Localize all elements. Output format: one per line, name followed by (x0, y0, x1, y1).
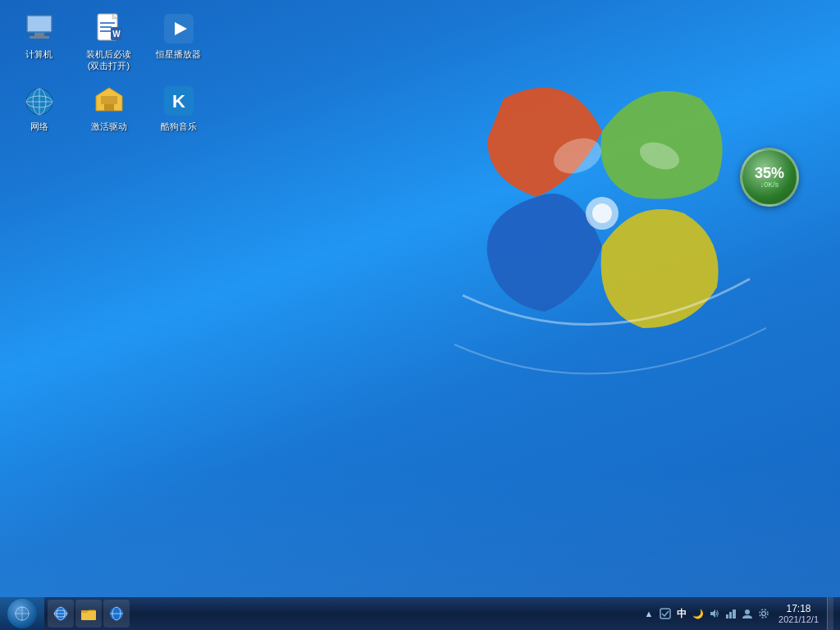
ie-taskbar-icon (52, 605, 69, 622)
desktop-icons: 计算机 W 装机后必读(双击打开) (8, 8, 209, 140)
clock-time: 17:18 (787, 603, 811, 614)
desktop-icon-computer[interactable]: 计算机 (8, 8, 70, 76)
desktop-icon-network[interactable]: 网络 (8, 80, 70, 136)
network-icon-label: 网络 (30, 121, 48, 132)
setup-icon-label: 装机后必读(双击打开) (82, 48, 135, 72)
computer-icon-label: 计算机 (25, 48, 52, 60)
systray-expand[interactable]: ▲ (642, 607, 655, 620)
network-icon (23, 84, 56, 117)
svg-rect-6 (34, 33, 44, 36)
network-tray-icon[interactable] (724, 607, 737, 620)
systray: ▲ 中 🌙 (636, 597, 840, 630)
show-desktop-button[interactable] (827, 597, 833, 630)
svg-rect-22 (101, 96, 117, 104)
checkbox-icon[interactable] (659, 607, 672, 620)
driver-icon (93, 84, 126, 117)
hengxing-icon-label: 恒星播放器 (156, 48, 201, 60)
desktop-icon-row-2: 网络 激活驱动 K (8, 80, 209, 136)
svg-point-89 (760, 609, 768, 618)
desktop: 计算机 W 装机后必读(双击打开) (0, 0, 840, 630)
clock-date: 2021/12/1 (778, 614, 819, 624)
network-percent: 35% (755, 166, 784, 180)
svg-text:K: K (172, 91, 185, 112)
svg-point-3 (592, 203, 612, 223)
taskbar-item-explorer[interactable] (75, 600, 102, 628)
clock[interactable]: 17:18 2021/12/1 (774, 603, 824, 624)
taskbar-item-ie2[interactable] (103, 600, 130, 628)
computer-icon (23, 12, 56, 45)
svg-rect-84 (726, 614, 728, 619)
user-tray-icon[interactable] (741, 607, 754, 620)
network-speed-value: ↓0K/s (760, 180, 779, 189)
svg-rect-86 (733, 609, 736, 619)
explorer-taskbar-icon (80, 605, 97, 622)
kugo-icon: K (162, 84, 195, 117)
svg-rect-5 (28, 16, 51, 31)
svg-rect-9 (100, 22, 115, 24)
svg-rect-82 (660, 609, 670, 619)
moon-icon[interactable]: 🌙 (692, 607, 705, 620)
driver-icon-label: 激活驱动 (91, 121, 127, 132)
svg-point-87 (745, 609, 750, 614)
network-speed-widget[interactable]: 35% ↓0K/s (740, 148, 799, 207)
taskbar: ▲ 中 🌙 (0, 597, 840, 630)
desktop-icon-driver[interactable]: 激活驱动 (78, 80, 139, 136)
ie2-taskbar-icon (108, 605, 125, 622)
start-button[interactable] (0, 597, 44, 630)
hengxing-icon (162, 12, 195, 45)
desktop-icon-hengxing[interactable]: 恒星播放器 (148, 8, 209, 76)
svg-rect-85 (729, 612, 732, 619)
svg-text:W: W (112, 30, 121, 39)
taskbar-items (44, 600, 636, 628)
windows7-logo (438, 49, 766, 394)
gear-tray-icon[interactable] (757, 607, 770, 620)
kugo-icon-label: 酷狗音乐 (161, 121, 197, 132)
svg-rect-78 (81, 610, 88, 613)
desktop-icon-setup[interactable]: W 装机后必读(双击打开) (78, 8, 139, 76)
desktop-icon-kugo[interactable]: K 酷狗音乐 (148, 80, 209, 136)
svg-rect-7 (30, 36, 49, 39)
speaker-icon[interactable] (708, 607, 721, 620)
taskbar-item-ie[interactable] (48, 600, 74, 628)
desktop-icon-row-1: 计算机 W 装机后必读(双击打开) (8, 8, 209, 76)
start-orb (7, 599, 37, 628)
svg-rect-10 (100, 26, 112, 28)
svg-marker-83 (710, 609, 715, 618)
svg-point-88 (762, 612, 766, 616)
language-indicator[interactable]: 中 (675, 607, 688, 621)
setup-doc-icon: W (93, 12, 126, 45)
